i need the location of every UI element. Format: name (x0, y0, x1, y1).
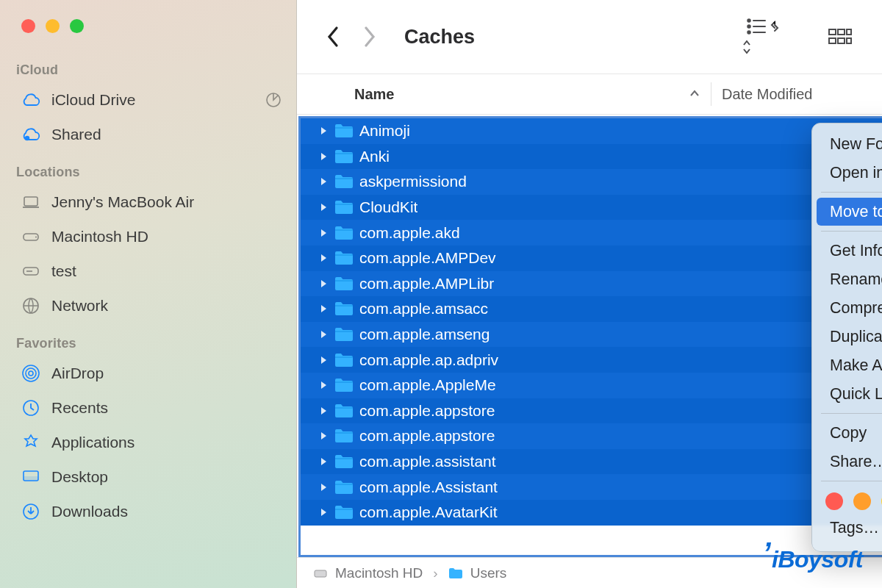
file-row[interactable]: com.apple.akd (301, 220, 882, 245)
minimize-window-button[interactable] (46, 19, 60, 33)
file-row[interactable]: com.apple.assistant (301, 449, 882, 475)
sidebar-item-recents[interactable]: Recents (16, 390, 296, 425)
svg-point-15 (747, 25, 750, 28)
sidebar-item-macintosh-hd[interactable]: Macintosh HD (16, 219, 296, 254)
nav-arrows (326, 24, 379, 50)
sidebar-item-label: Jenny's MacBook Air (51, 193, 194, 211)
zoom-window-button[interactable] (70, 19, 84, 33)
disclosure-triangle-icon[interactable] (320, 254, 329, 262)
menu-item-tags[interactable]: Tags… (817, 514, 882, 542)
column-name-label: Name (354, 86, 394, 103)
sidebar-item-label: Recents (51, 399, 108, 417)
list-view-button[interactable] (745, 16, 781, 57)
menu-item[interactable]: Make Alias (817, 351, 882, 379)
folder-icon (334, 428, 354, 444)
tag-color-row (812, 487, 882, 513)
folder-icon (334, 479, 354, 495)
column-date-label: Date Modified (722, 86, 812, 102)
column-date[interactable]: Date Modified (711, 86, 882, 103)
sidebar: iCloud iCloud Drive Shared Locations Jen… (0, 0, 297, 588)
file-name: CloudKit (359, 198, 417, 216)
sidebar-item-test[interactable]: test (16, 254, 296, 288)
apps-icon (21, 434, 41, 451)
menu-item[interactable]: Quick Look (817, 380, 882, 408)
file-row[interactable]: Animoji (301, 118, 882, 144)
disclosure-triangle-icon[interactable] (320, 229, 329, 237)
file-row[interactable]: com.apple.AppleMe (301, 373, 882, 398)
disclosure-triangle-icon[interactable] (320, 356, 329, 365)
file-row[interactable]: CloudKit (301, 195, 882, 220)
menu-item[interactable]: Open in New Tabs (817, 159, 882, 187)
sidebar-item-applications[interactable]: Applications (16, 425, 296, 459)
sidebar-item-downloads[interactable]: Downloads (16, 494, 296, 528)
forward-button[interactable] (363, 24, 379, 50)
menu-item[interactable]: Get Info (817, 237, 882, 265)
svg-point-7 (29, 371, 33, 376)
disclosure-triangle-icon[interactable] (320, 406, 329, 415)
sort-indicator-icon[interactable] (689, 88, 700, 100)
disclosure-triangle-icon[interactable] (320, 483, 329, 492)
tag-color[interactable] (825, 492, 843, 510)
sidebar-item-jenny-macbook[interactable]: Jenny's MacBook Air (16, 184, 296, 219)
file-list[interactable]: AnimojiAnkiaskpermissiondCloudKitcom.app… (301, 118, 882, 555)
disclosure-triangle-icon[interactable] (320, 508, 329, 517)
sidebar-item-desktop[interactable]: Desktop (16, 459, 296, 494)
file-name: com.apple.AvatarKit (359, 503, 498, 521)
svg-rect-2 (24, 197, 37, 206)
menu-item[interactable]: New Folder with Selection (16 Items) (817, 130, 882, 158)
file-row[interactable]: com.apple.appstore (301, 398, 882, 424)
disclosure-triangle-icon[interactable] (320, 279, 329, 288)
disclosure-triangle-icon[interactable] (320, 381, 329, 390)
file-row[interactable]: com.apple.AvatarKit (301, 500, 882, 526)
menu-item[interactable]: Compress (817, 294, 882, 322)
file-name: com.apple.Assistant (359, 478, 498, 496)
tag-color[interactable] (853, 492, 871, 510)
close-window-button[interactable] (21, 19, 35, 33)
disclosure-triangle-icon[interactable] (320, 304, 329, 313)
group-view-button[interactable] (828, 27, 853, 46)
file-row[interactable]: com.apple.AMPDev (301, 245, 882, 271)
svg-rect-23 (315, 570, 326, 577)
file-name: askpermissiond (359, 173, 467, 190)
file-row[interactable]: Anki (301, 144, 882, 170)
sidebar-item-shared[interactable]: Shared (16, 117, 296, 151)
menu-separator (821, 192, 882, 193)
sidebar-item-label: test (51, 262, 76, 280)
sidebar-item-airdrop[interactable]: AirDrop (16, 356, 296, 390)
file-name: com.apple.appstore (359, 427, 495, 445)
downloads-icon (21, 503, 41, 520)
back-button[interactable] (326, 24, 343, 50)
disclosure-triangle-icon[interactable] (320, 431, 329, 440)
file-list-area: AnimojiAnkiaskpermissiondCloudKitcom.app… (298, 116, 882, 557)
file-row[interactable]: com.apple.AMPLibr (301, 271, 882, 297)
menu-separator (821, 231, 882, 232)
column-name[interactable]: Name (297, 86, 689, 103)
file-row[interactable]: com.apple.amseng (301, 322, 882, 348)
disclosure-triangle-icon[interactable] (320, 203, 329, 212)
menu-item[interactable]: Rename… (817, 265, 882, 293)
disclosure-triangle-icon[interactable] (320, 126, 329, 135)
file-name: Animoji (359, 122, 410, 140)
disclosure-triangle-icon[interactable] (320, 152, 329, 161)
menu-item[interactable]: Copy (817, 419, 882, 447)
file-row[interactable]: com.apple.ap.adpriv (301, 347, 882, 373)
disclosure-triangle-icon[interactable] (320, 177, 329, 186)
file-row[interactable]: com.apple.amsacc (301, 296, 882, 322)
disclosure-triangle-icon[interactable] (320, 330, 329, 339)
file-row[interactable]: askpermissiond (301, 169, 882, 195)
menu-item[interactable]: Share… (817, 448, 882, 476)
menu-item[interactable]: Duplicate (817, 323, 882, 351)
watermark: ’iBoysoft (762, 546, 863, 573)
menu-item[interactable]: Move to Trash (817, 198, 882, 226)
sidebar-item-network[interactable]: Network (16, 288, 296, 323)
sidebar-item-label: Network (51, 297, 108, 315)
svg-rect-18 (838, 29, 845, 35)
folder-icon (334, 250, 354, 266)
disclosure-triangle-icon[interactable] (320, 457, 329, 466)
file-row[interactable]: com.apple.appstore (301, 423, 882, 449)
pie-icon (265, 92, 282, 108)
context-menu[interactable]: New Folder with Selection (16 Items)Open… (811, 123, 882, 552)
file-row[interactable]: com.apple.Assistant (301, 474, 882, 500)
sidebar-item-icloud-drive[interactable]: iCloud Drive (16, 82, 296, 117)
file-name: com.apple.appstore (359, 402, 495, 420)
